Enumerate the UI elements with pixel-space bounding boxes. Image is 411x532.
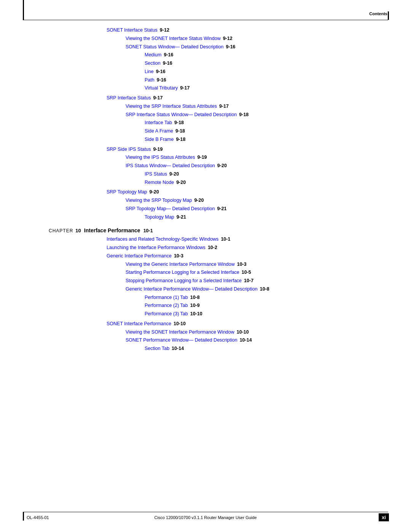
toc-pagenum: 9-16 [163,60,172,67]
toc-entry: Section 9-16 [145,60,388,67]
toc-link[interactable]: Section Tab [145,345,169,352]
toc-link[interactable]: Performance (3) Tab [145,310,188,318]
toc-link[interactable]: Viewing the SONET Interface Performance … [126,329,234,336]
toc-pagenum: 10-14 [240,337,252,344]
toc-link[interactable]: Viewing the SONET Interface Status Windo… [126,35,221,42]
toc-link[interactable]: Performance (2) Tab [145,302,188,309]
toc-entry: Generic Interface Performance 10-3 [107,252,388,260]
toc-entry: Remote Node 9-20 [145,179,388,186]
toc-link[interactable]: SONET Interface Status [107,27,158,34]
toc-link[interactable]: SRP Side IPS Status [107,146,151,153]
toc-pagenum: 9-17 [153,94,163,102]
toc-entry: SONET Status Window— Detailed Descriptio… [126,43,388,51]
toc-link[interactable]: Section [145,60,161,67]
toc-entry: SRP Topology Map— Detailed Description 9… [126,205,388,212]
toc-link[interactable]: Remote Node [145,179,174,186]
toc-link[interactable]: IPS Status Window— Detailed Description [126,162,215,169]
toc-link[interactable]: Viewing the IPS Status Attributes [126,154,195,161]
toc-link[interactable]: Generic Interface Performance Window— De… [126,286,258,293]
toc-link[interactable]: Virtual Tributary [145,85,178,92]
toc-pagenum: 9-20 [169,171,179,178]
contents-label: Contents [369,11,387,16]
toc-link[interactable]: Stopping Performance Logging for a Selec… [126,277,242,284]
right-bar-top [388,11,389,20]
page-container: Contents SONET Interface Status 9-12 Vie… [0,0,411,532]
toc-link[interactable]: Medium [145,51,161,59]
toc-entry: Generic Interface Performance Window— De… [126,286,388,293]
chapter-title: Interface Performance [84,227,140,233]
toc-entry: SONET Interface Performance 10-10 [107,320,388,328]
toc-pagenum: 10-3 [237,261,247,268]
toc-pagenum: 9-16 [156,68,166,75]
toc-link[interactable]: SONET Status Window— Detailed Descriptio… [126,43,224,51]
toc-pagenum: 9-19 [153,146,163,153]
toc-link[interactable]: Interface Tab [145,119,172,126]
toc-link[interactable]: Viewing the SRP Topology Map [126,197,192,204]
footer-center: Cisco 12000/10700 v3.1.1 Router Manager … [154,515,256,520]
toc-entry: SRP Topology Map 9-20 [107,189,388,196]
chapter-label: CHAPTER [49,228,73,233]
toc-entry: Performance (1) Tab 10-8 [145,294,388,301]
toc-link[interactable]: Launching the Interface Performance Wind… [107,244,206,251]
toc-entry: Viewing the IPS Status Attributes 9-19 [126,154,388,161]
toc-pagenum: 10-3 [174,252,183,260]
toc-entry: SRP Interface Status 9-17 [107,94,388,102]
toc-entry: Viewing the Generic Interface Performanc… [126,261,388,268]
toc-entry: Performance (3) Tab 10-10 [145,310,388,318]
toc-pagenum: 9-16 [226,43,236,51]
bottom-border [23,512,388,512]
toc-entry: Side A Frame 9-18 [145,128,388,135]
toc-pagenum: 9-21 [177,214,186,221]
toc-entry: Line 9-16 [145,68,388,75]
toc-entry: Virtual Tributary 9-17 [145,85,388,92]
toc-pagenum: 9-20 [217,162,227,169]
toc-entry: IPS Status 9-20 [145,171,388,178]
toc-entry: Viewing the SRP Interface Status Attribu… [126,103,388,110]
chapter-pagenum: 10-1 [143,228,153,233]
toc-link[interactable]: Side B Frame [145,136,174,143]
toc-link[interactable]: Path [145,77,155,84]
toc-link[interactable]: IPS Status [145,171,167,178]
footer-right: xi [379,513,389,521]
toc-pagenum: 9-12 [223,35,233,42]
toc-pagenum: 9-18 [176,136,185,143]
toc-link[interactable]: SRP Topology Map— Detailed Description [126,205,215,212]
toc-pagenum: 9-21 [217,205,226,212]
toc-link[interactable]: Performance (1) Tab [145,294,188,301]
toc-pagenum: 10-10 [237,329,249,336]
toc-link[interactable]: Topology Map [145,214,174,221]
toc-link[interactable]: SONET Performance Window— Detailed Descr… [126,337,237,344]
toc-pagenum: 9-16 [157,77,166,84]
toc-entry: SRP Interface Status Window— Detailed De… [126,111,388,118]
toc-entry: SONET Performance Window— Detailed Descr… [126,337,388,344]
toc-link[interactable]: Viewing the Generic Interface Performanc… [126,261,235,268]
toc-link[interactable]: Side A Frame [145,128,173,135]
toc-entry: Launching the Interface Performance Wind… [107,244,388,251]
toc-link[interactable]: SRP Interface Status [107,94,151,102]
toc-entry: Performance (2) Tab 10-9 [145,302,388,309]
pre-chapter-toc: SONET Interface Status 9-12 Viewing the … [23,27,388,220]
toc-pagenum: 9-20 [194,197,204,204]
toc-link[interactable]: Starting Performance Logging for a Selec… [126,269,239,276]
toc-link[interactable]: Interfaces and Related Technology-Specif… [107,236,218,243]
main-content: SONET Interface Status 9-12 Viewing the … [23,27,388,509]
toc-pagenum: 10-5 [242,269,251,276]
toc-entry: Viewing the SONET Interface Performance … [126,329,388,336]
toc-entry: Path 9-16 [145,77,388,84]
toc-entry: SONET Interface Status 9-12 [107,27,388,34]
toc-entry: SRP Side IPS Status 9-19 [107,146,388,153]
toc-link[interactable]: Generic Interface Performance [107,252,172,260]
toc-pagenum: 10-2 [208,244,217,251]
toc-link[interactable]: SONET Interface Performance [107,320,171,328]
bottom-left-bar [23,512,24,521]
chapter-toc: Interfaces and Related Technology-Specif… [23,236,388,352]
toc-entry: Section Tab 10-14 [145,345,388,352]
toc-entry: Topology Map 9-21 [145,214,388,221]
toc-link[interactable]: SRP Topology Map [107,189,147,196]
toc-link[interactable]: Line [145,68,154,75]
toc-link[interactable]: Viewing the SRP Interface Status Attribu… [126,103,217,110]
toc-entry: Stopping Performance Logging for a Selec… [126,277,388,284]
toc-pagenum: 9-18 [175,128,185,135]
toc-link[interactable]: SRP Interface Status Window— Detailed De… [126,111,237,118]
toc-pagenum: 9-20 [150,189,159,196]
